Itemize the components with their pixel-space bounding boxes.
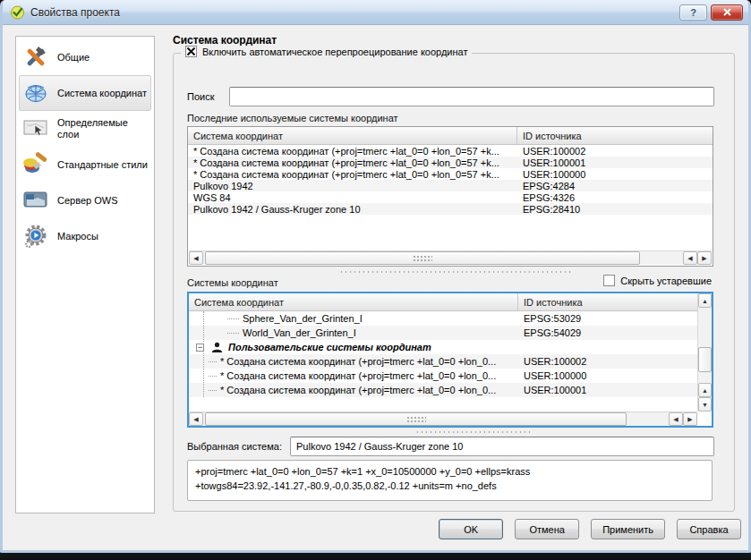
hscroll-thumb[interactable] <box>205 251 640 265</box>
search-label: Поиск <box>187 91 214 102</box>
table-row[interactable]: WGS 84 EPSG:4326 <box>188 191 713 203</box>
selected-system-label: Выбранная система: <box>187 441 282 452</box>
proj-definition-box[interactable]: +proj=tmerc +lat_0=0 +lon_0=57 +k=1 +x_0… <box>187 460 713 501</box>
crs-tree-header: Система координат ID источника <box>189 293 697 311</box>
selected-system-input[interactable] <box>290 437 714 456</box>
apply-button[interactable]: Применить <box>591 519 665 539</box>
sidebar-item-crs[interactable]: Система координат <box>19 75 151 111</box>
table-row[interactable]: * Создана система координат (+proj=tmerc… <box>188 157 713 168</box>
tree-row-crs[interactable]: * Создана система координат (+proj=tmerc… <box>189 354 697 369</box>
reproject-checkbox-row[interactable]: Включить автоматическое перепроецировани… <box>181 46 472 57</box>
scroll-left-icon[interactable]: ◀ <box>189 412 203 426</box>
tree-branch-line <box>227 333 239 334</box>
proj-definition-line2: +towgs84=23.92,-141.27,-80.9,-0,0.35,0.8… <box>195 479 704 494</box>
sidebar-item-ows-server[interactable]: Сервер OWS <box>19 182 151 218</box>
globe-icon <box>22 80 49 106</box>
dialog-body: Общие Система координат <box>3 25 748 550</box>
sidebar-item-label: Макросы <box>57 231 98 242</box>
tree-branch-line <box>227 318 239 319</box>
project-properties-dialog: Свойства проекта ? Общие <box>0 0 751 553</box>
recent-table-hscrollbar[interactable]: ◀ ◀ ▶ <box>189 250 712 265</box>
crs-tree-hscrollbar[interactable]: ◀ ◀ ▶ <box>189 412 697 426</box>
search-input[interactable] <box>229 87 714 106</box>
reproject-checkbox[interactable] <box>185 46 197 57</box>
tree-branch-line <box>209 376 217 377</box>
hide-deprecated-row[interactable]: Скрыть устаревшие <box>603 275 712 286</box>
qgis-logo-icon <box>10 4 25 20</box>
titlebar[interactable]: Свойства проекта ? <box>3 0 748 25</box>
tree-branch-line <box>209 361 217 362</box>
tree-row-crs[interactable]: World_Van_der_Grinten_I EPSG:54029 <box>189 326 697 340</box>
hide-deprecated-label: Скрыть устаревшие <box>620 276 712 286</box>
cancel-button[interactable]: Отмена <box>515 519 579 539</box>
table-row[interactable]: * Создана система координат (+proj=tmerc… <box>188 168 713 180</box>
crs-groupbox: Включить автоматическое перепроецировани… <box>173 53 735 512</box>
sidebar-item-label: Сервер OWS <box>57 195 117 207</box>
table-row[interactable]: Pulkovo 1942 / Gauss-Kruger zone 10 EPSG… <box>188 203 713 215</box>
user-icon <box>211 342 223 353</box>
scroll-right-icon[interactable]: ▶ <box>683 412 697 426</box>
recent-crs-label: Последние используемые системы координат <box>187 113 398 123</box>
crs-tree-table: Система координат ID источника Sphere_Va… <box>187 292 713 428</box>
sidebar-item-label: Система координат <box>57 88 147 99</box>
sidebar-item-default-styles[interactable]: Стандартные стили <box>19 147 151 182</box>
splitter-handle[interactable] <box>339 270 572 274</box>
tools-icon <box>22 44 49 71</box>
crs-tree-vscrollbar[interactable]: ▲ ▲ ▼ <box>697 293 712 412</box>
page-title: Система координат <box>173 34 277 47</box>
reproject-checkbox-label: Включить автоматическое перепроецировани… <box>202 47 467 57</box>
window-help-button[interactable]: ? <box>679 4 707 21</box>
sidebar-item-macros[interactable]: Макросы <box>19 218 151 254</box>
scroll-right-icon[interactable]: ▶ <box>697 251 712 265</box>
tree-row-group[interactable]: − Пользовательские системы координат <box>189 340 697 354</box>
ok-button[interactable]: OK <box>439 519 503 539</box>
scroll-left-icon[interactable]: ◀ <box>189 251 203 265</box>
scroll-up-icon[interactable]: ▲ <box>698 383 712 397</box>
scroll-left-icon[interactable]: ◀ <box>669 412 683 426</box>
screen: Свойства проекта ? Общие <box>0 0 751 560</box>
help-button[interactable]: Справка <box>677 519 741 539</box>
table-row[interactable]: Pulkovo 1942 EPSG:4284 <box>188 180 713 191</box>
scroll-up-icon[interactable]: ▲ <box>698 293 712 308</box>
column-header-crs[interactable]: Система координат <box>189 293 518 310</box>
ows-server-icon <box>22 187 49 214</box>
checkbox-check-icon <box>186 47 196 56</box>
window-title: Свойства проекта <box>30 6 676 19</box>
column-header-crs[interactable]: Система координат <box>188 127 517 144</box>
sidebar-item-label: Стандартные стили <box>57 159 148 171</box>
sidebar-item-label: Общие <box>57 52 90 64</box>
tree-branch-line <box>209 390 217 391</box>
tree-guide-line <box>203 311 204 397</box>
recent-table-body: * Создана система координат (+proj=tmerc… <box>188 145 713 215</box>
tree-collapse-icon[interactable]: − <box>196 344 204 352</box>
main-panel: Система координат Включить автоматическо… <box>168 25 748 553</box>
sidebar: Общие Система координат <box>15 36 155 513</box>
tree-row-crs[interactable]: Sphere_Van_der_Grinten_I EPSG:53029 <box>189 311 697 326</box>
all-crs-label: Системы координат <box>187 277 278 288</box>
splitter-handle[interactable] <box>415 430 532 434</box>
tree-row-crs[interactable]: * Создана система координат (+proj=tmerc… <box>189 383 697 397</box>
sidebar-item-identifiable-layers[interactable]: Определяемые слои <box>19 111 151 147</box>
sidebar-item-general[interactable]: Общие <box>19 39 151 75</box>
proj-definition-line1: +proj=tmerc +lat_0=0 +lon_0=57 +k=1 +x_0… <box>195 465 704 479</box>
close-icon <box>723 8 731 16</box>
styles-brush-icon <box>22 151 49 178</box>
hscroll-thumb[interactable] <box>205 412 627 426</box>
table-row[interactable]: * Создана система координат (+proj=tmerc… <box>188 145 713 157</box>
identify-layers-icon <box>22 115 49 142</box>
tree-row-crs[interactable]: * Создана система координат (+proj=tmerc… <box>189 369 697 383</box>
hide-deprecated-checkbox[interactable] <box>603 275 615 286</box>
recent-crs-table: Система координат ID источника * Создана… <box>187 126 713 267</box>
macros-gear-icon <box>22 223 49 250</box>
column-header-id[interactable]: ID источника <box>517 127 713 144</box>
vscroll-thumb[interactable] <box>698 347 712 372</box>
scroll-left-icon[interactable]: ◀ <box>683 251 697 265</box>
column-header-id[interactable]: ID источника <box>518 293 697 310</box>
window-close-button[interactable] <box>711 4 743 21</box>
sidebar-item-label: Определяемые слои <box>57 117 148 140</box>
recent-table-header: Система координат ID источника <box>188 127 713 145</box>
scroll-down-icon[interactable]: ▼ <box>698 397 712 412</box>
crs-tree-body: Sphere_Van_der_Grinten_I EPSG:53029 Worl… <box>189 311 697 397</box>
dialog-button-row: OK Отмена Применить Справка <box>168 519 741 539</box>
